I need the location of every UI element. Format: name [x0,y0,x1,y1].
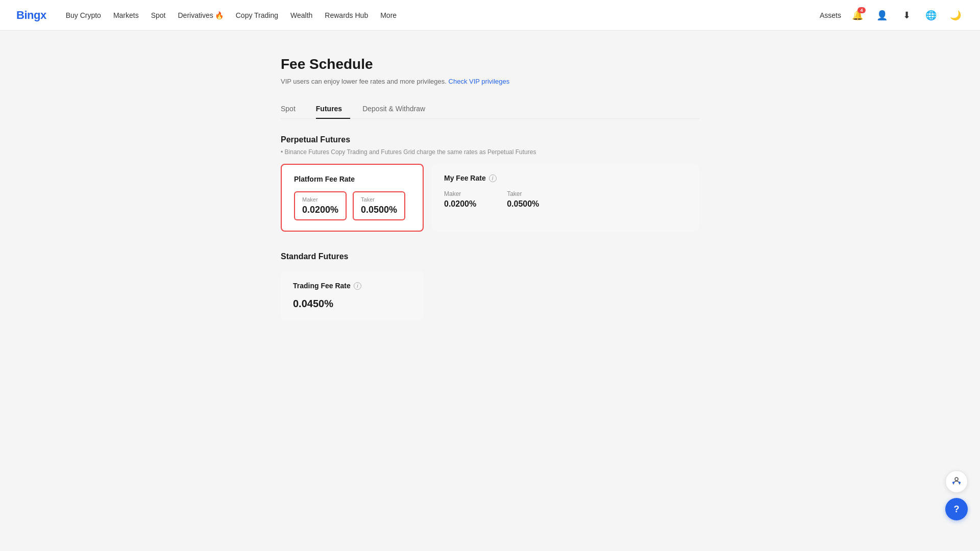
vip-link[interactable]: Check VIP privileges [449,78,510,85]
platform-fee-card: Platform Fee Rate Maker 0.0200% Taker 0.… [281,164,424,232]
maker-taker-row: Maker 0.0200% Taker 0.0500% [294,191,410,220]
fee-cards-row: Platform Fee Rate Maker 0.0200% Taker 0.… [281,164,699,232]
nav-link-derivatives[interactable]: Derivatives 🔥 [173,7,229,23]
standard-fee-value: 0.0450% [293,298,411,310]
page-subtitle: VIP users can enjoy lower fee rates and … [281,78,699,85]
taker-fee-box: Taker 0.0500% [353,191,405,220]
support-float-button[interactable] [945,470,968,493]
tab-futures[interactable]: Futures [316,99,350,119]
logo-text-blue: x [40,9,46,21]
nav-right: Assets 🔔 4 👤 ⬇ 🌐 🌙 [820,7,964,23]
assets-label[interactable]: Assets [820,11,841,19]
nav-left: Bingx Buy Crypto Markets Spot Derivative… [16,7,402,23]
svg-point-2 [952,482,954,484]
svg-point-1 [959,482,961,484]
page-title: Fee Schedule [281,56,699,72]
theme-toggle-button[interactable]: 🌙 [947,7,964,23]
nav-link-markets[interactable]: Markets [108,7,144,23]
help-icon: ? [954,504,960,515]
floating-buttons: ? [945,470,968,520]
tabs-bar: Spot Futures Deposit & Withdraw [281,99,699,119]
nav-link-rewards-hub[interactable]: Rewards Hub [320,7,373,23]
notification-badge: 4 [857,7,866,13]
nav-link-spot[interactable]: Spot [146,7,171,23]
maker-value: 0.0200% [302,205,338,215]
standard-card-title: Trading Fee Rate i [293,282,411,290]
tab-deposit-withdraw[interactable]: Deposit & Withdraw [362,99,433,119]
logo-text-black: Bing [16,9,40,21]
taker-label: Taker [361,196,397,203]
nav-link-buy-crypto[interactable]: Buy Crypto [61,7,106,23]
user-icon: 👤 [876,10,888,21]
nav-link-wealth[interactable]: Wealth [285,7,317,23]
perpetual-futures-section: Perpetual Futures • Binance Futures Copy… [281,135,699,232]
standard-futures-title: Standard Futures [281,252,699,261]
standard-fee-info-icon[interactable]: i [354,282,361,290]
perpetual-futures-title: Perpetual Futures [281,135,699,144]
my-fee-maker-col: Maker 0.0200% [444,190,476,209]
nav-links: Buy Crypto Markets Spot Derivatives 🔥 Co… [61,7,402,23]
my-maker-value: 0.0200% [444,199,476,209]
maker-label: Maker [302,196,338,203]
support-icon [951,475,962,488]
platform-card-title: Platform Fee Rate [294,175,410,183]
moon-icon: 🌙 [950,10,961,21]
my-taker-value: 0.0500% [507,199,539,209]
notification-button[interactable]: 🔔 4 [849,7,866,23]
standard-fee-card: Trading Fee Rate i 0.0450% [281,271,424,320]
download-icon: ⬇ [903,10,911,21]
my-fee-info-icon[interactable]: i [489,174,497,182]
globe-icon: 🌐 [925,10,937,21]
my-fee-title: My Fee Rate i [444,174,687,182]
flame-icon: 🔥 [215,11,224,19]
my-taker-label: Taker [507,190,539,197]
my-fee-card: My Fee Rate i Maker 0.0200% Taker 0.0500… [432,164,699,232]
maker-fee-box: Maker 0.0200% [294,191,347,220]
download-button[interactable]: ⬇ [898,7,915,23]
standard-futures-section: Standard Futures Trading Fee Rate i 0.04… [281,252,699,320]
nav-link-more[interactable]: More [375,7,402,23]
language-button[interactable]: 🌐 [923,7,939,23]
profile-button[interactable]: 👤 [874,7,890,23]
nav-link-copy-trading[interactable]: Copy Trading [231,7,283,23]
logo[interactable]: Bingx [16,9,46,22]
my-fee-taker-col: Taker 0.0500% [507,190,539,209]
tab-spot[interactable]: Spot [281,99,304,119]
help-float-button[interactable]: ? [945,498,968,520]
my-fee-row: Maker 0.0200% Taker 0.0500% [444,190,687,209]
my-maker-label: Maker [444,190,476,197]
main-content: Fee Schedule VIP users can enjoy lower f… [260,31,720,345]
perpetual-futures-note: • Binance Futures Copy Trading and Futur… [281,148,699,156]
navbar: Bingx Buy Crypto Markets Spot Derivative… [0,0,980,31]
svg-point-0 [955,478,958,481]
taker-value: 0.0500% [361,205,397,215]
